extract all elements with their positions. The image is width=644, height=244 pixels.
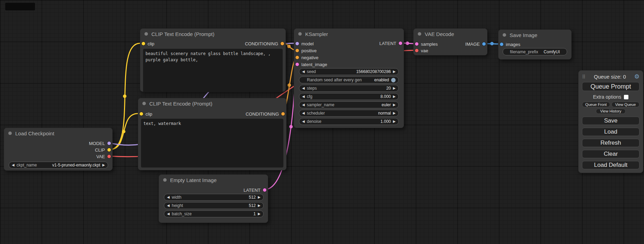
- node-status-dot-icon[interactable]: [418, 32, 421, 36]
- decrement-arrow-icon[interactable]: ◀: [302, 111, 305, 115]
- node-empty-latent-image[interactable]: Empty Latent Image LATENT ◀ width 512 ▶ …: [159, 174, 268, 223]
- increment-arrow-icon[interactable]: ▶: [258, 196, 261, 199]
- view-history-button[interactable]: View History: [596, 109, 626, 114]
- input-port-clip[interactable]: clip: [142, 40, 155, 47]
- decrement-arrow-icon[interactable]: ◀: [167, 212, 170, 216]
- decrement-arrow-icon[interactable]: ◀: [167, 204, 170, 207]
- image-port-dot[interactable]: [482, 42, 486, 46]
- clip-port-dot[interactable]: [107, 148, 111, 152]
- decrement-arrow-icon[interactable]: ◀: [302, 70, 305, 73]
- ckpt-name-widget[interactable]: ◀ ckpt_name v1-5-pruned-emaonly.ckpt ▶: [9, 162, 108, 169]
- increment-arrow-icon[interactable]: ▶: [393, 95, 396, 98]
- node-title-bar[interactable]: CLIP Text Encode (Prompt): [138, 98, 286, 109]
- node-status-dot-icon[interactable]: [503, 33, 506, 37]
- vae-port-dot[interactable]: [415, 49, 418, 52]
- save-button[interactable]: Save: [582, 117, 639, 125]
- node-title-bar[interactable]: VAE Decode: [414, 29, 487, 39]
- increment-arrow-icon[interactable]: ▶: [393, 103, 396, 107]
- positive-prompt-textarea[interactable]: beautiful scenery nature glass bottle la…: [143, 49, 283, 92]
- load-button[interactable]: Load: [582, 128, 639, 136]
- node-status-dot-icon[interactable]: [298, 32, 302, 36]
- scheduler-widget[interactable]: ◀ scheduler normal ▶: [299, 110, 399, 117]
- clip-port-dot[interactable]: [142, 42, 145, 45]
- conditioning-port-dot[interactable]: [295, 49, 299, 52]
- input-port-samples[interactable]: samples: [415, 41, 438, 47]
- node-title-bar[interactable]: Empty Latent Image: [159, 175, 268, 185]
- vae-port-dot[interactable]: [107, 155, 111, 158]
- random-seed-toggle-widget[interactable]: Random seed after every gen enabled: [299, 76, 399, 83]
- input-port-clip[interactable]: clip: [140, 111, 152, 117]
- output-port-conditioning[interactable]: CONDITIONING: [245, 40, 284, 47]
- decrement-arrow-icon[interactable]: ◀: [302, 120, 305, 123]
- view-queue-button[interactable]: View Queue: [611, 102, 639, 107]
- node-status-dot-icon[interactable]: [142, 102, 146, 105]
- refresh-button[interactable]: Refresh: [582, 139, 639, 147]
- drag-handle-icon[interactable]: ⠿: [582, 74, 585, 80]
- extra-options-checkbox[interactable]: [624, 95, 628, 99]
- input-port-negative[interactable]: negative: [295, 54, 318, 61]
- settings-gear-icon[interactable]: ⚙: [634, 74, 639, 80]
- load-default-button[interactable]: Load Default: [582, 161, 639, 169]
- decrement-arrow-icon[interactable]: ◀: [12, 163, 15, 167]
- latent-port-dot[interactable]: [263, 188, 266, 192]
- clip-port-dot[interactable]: [140, 112, 143, 116]
- batch-size-widget[interactable]: ◀ batch_size 1 ▶: [164, 210, 264, 217]
- input-port-model[interactable]: model: [295, 40, 314, 47]
- increment-arrow-icon[interactable]: ▶: [102, 163, 105, 167]
- input-port-vae[interactable]: vae: [415, 47, 428, 54]
- node-title-bar[interactable]: CLIP Text Encode (Prompt): [140, 29, 285, 39]
- model-port-dot[interactable]: [107, 142, 111, 145]
- node-status-dot-icon[interactable]: [163, 178, 167, 182]
- node-save-image[interactable]: Save Image images filename_prefix ComfyU…: [498, 29, 572, 60]
- increment-arrow-icon[interactable]: ▶: [393, 87, 396, 90]
- increment-arrow-icon[interactable]: ▶: [258, 212, 261, 216]
- node-status-dot-icon[interactable]: [8, 132, 12, 135]
- input-port-latent-image[interactable]: latent_image: [295, 61, 327, 67]
- output-port-latent[interactable]: LATENT: [244, 187, 266, 193]
- decrement-arrow-icon[interactable]: ◀: [302, 95, 305, 98]
- node-clip-text-encode-negative[interactable]: CLIP Text Encode (Prompt) clip CONDITION…: [138, 98, 286, 170]
- image-port-dot[interactable]: [500, 43, 503, 46]
- decrement-arrow-icon[interactable]: ◀: [302, 87, 305, 90]
- increment-arrow-icon[interactable]: ▶: [258, 204, 261, 207]
- cfg-widget[interactable]: ◀ cfg 8.000 ▶: [299, 93, 399, 100]
- clear-button[interactable]: Clear: [582, 150, 639, 158]
- latent-port-dot[interactable]: [415, 42, 418, 46]
- height-widget[interactable]: ◀ height 512 ▶: [164, 202, 264, 209]
- node-title-bar[interactable]: KSampler: [294, 29, 404, 39]
- output-port-vae[interactable]: VAE: [96, 153, 111, 160]
- increment-arrow-icon[interactable]: ▶: [393, 120, 396, 123]
- node-graph-canvas[interactable]: Load Checkpoint MODEL CLIP VAE ◀ ckpt_na…: [0, 0, 644, 244]
- filename-prefix-widget[interactable]: filename_prefix ComfyUI: [503, 48, 567, 55]
- model-port-dot[interactable]: [295, 42, 299, 45]
- node-clip-text-encode-positive[interactable]: CLIP Text Encode (Prompt) clip CONDITION…: [140, 28, 286, 92]
- node-load-checkpoint[interactable]: Load Checkpoint MODEL CLIP VAE ◀ ckpt_na…: [4, 128, 113, 171]
- increment-arrow-icon[interactable]: ▶: [393, 111, 396, 115]
- output-port-image[interactable]: IMAGE: [465, 41, 486, 47]
- width-widget[interactable]: ◀ width 512 ▶: [164, 194, 264, 201]
- latent-port-dot[interactable]: [295, 63, 299, 66]
- negative-prompt-textarea[interactable]: text, watermark: [141, 119, 283, 168]
- seed-widget[interactable]: ◀ seed 156680208700286 ▶: [299, 68, 399, 75]
- sampler-name-widget[interactable]: ◀ sampler_name euler ▶: [299, 101, 399, 108]
- node-ksampler[interactable]: KSampler model LATENT positive negative …: [294, 28, 404, 128]
- output-port-clip[interactable]: CLIP: [95, 147, 111, 153]
- increment-arrow-icon[interactable]: ▶: [393, 70, 396, 73]
- decrement-arrow-icon[interactable]: ◀: [167, 196, 170, 199]
- output-port-conditioning[interactable]: CONDITIONING: [246, 111, 285, 117]
- steps-widget[interactable]: ◀ steps 20 ▶: [299, 85, 399, 92]
- node-title-bar[interactable]: Load Checkpoint: [4, 128, 112, 138]
- input-port-positive[interactable]: positive: [295, 47, 317, 54]
- conditioning-port-dot[interactable]: [295, 56, 299, 59]
- output-port-latent[interactable]: LATENT: [379, 40, 402, 46]
- queue-front-button[interactable]: Queue Front: [582, 102, 610, 107]
- input-port-images[interactable]: images: [500, 41, 520, 47]
- queue-prompt-button[interactable]: Queue Prompt: [582, 82, 639, 91]
- output-port-model[interactable]: MODEL: [89, 140, 111, 146]
- latent-port-dot[interactable]: [399, 42, 402, 45]
- conditioning-port-dot[interactable]: [281, 42, 284, 45]
- node-title-bar[interactable]: Save Image: [499, 30, 571, 40]
- node-vae-decode[interactable]: VAE Decode samples IMAGE vae: [413, 28, 487, 55]
- denoise-widget[interactable]: ◀ denoise 1.000 ▶: [299, 118, 399, 125]
- conditioning-port-dot[interactable]: [281, 112, 285, 116]
